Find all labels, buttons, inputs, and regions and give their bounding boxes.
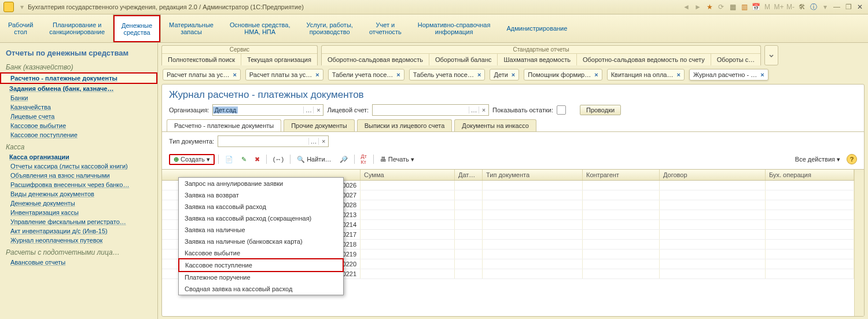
acc-field[interactable]: [373, 105, 469, 115]
column-header[interactable]: Тип документа: [483, 170, 583, 180]
sidebar-item[interactable]: Отчеты кассира (листы кассовой книги): [0, 162, 157, 171]
section-tab[interactable]: Материальныезапасы: [161, 14, 222, 42]
sidebar-item[interactable]: Виды денежных документов: [0, 189, 157, 199]
service-item[interactable]: Текущая организация: [241, 54, 317, 65]
doctype-select-icon[interactable]: …: [308, 138, 318, 145]
service-item[interactable]: Обороты с…: [711, 54, 760, 65]
column-header[interactable]: Договор: [660, 170, 766, 180]
service-item[interactable]: Оборотно-сальдовая ведомость: [322, 54, 429, 65]
print-button[interactable]: 🖶 Печать ▾: [377, 154, 417, 165]
tab-close-icon[interactable]: ×: [233, 71, 236, 78]
dropdown-item[interactable]: Заявка на кассовый расход (сокращенная): [179, 212, 343, 224]
nav-back-icon[interactable]: ◄: [682, 2, 691, 12]
column-header[interactable]: Контрагент: [583, 170, 660, 180]
maximize-icon[interactable]: ❐: [844, 2, 853, 12]
subtab[interactable]: Выписки из лицевого счета: [357, 119, 453, 131]
find-clear-button[interactable]: 🔎̷: [337, 154, 351, 165]
acc-clear-icon[interactable]: ×: [479, 107, 488, 113]
column-header[interactable]: Бух. операция: [766, 170, 854, 180]
window-tab[interactable]: Табели учета посе…×: [328, 69, 404, 80]
m-icon[interactable]: M: [763, 2, 772, 12]
section-tab[interactable]: Денежныесредства: [113, 14, 161, 42]
help-icon[interactable]: ?: [847, 154, 857, 164]
scrollbar[interactable]: [854, 170, 864, 316]
dropdown-icon[interactable]: ▾: [17, 2, 27, 12]
section-tab[interactable]: Планирование исанкционирование: [41, 14, 113, 42]
sidebar-item[interactable]: Журнал неоплаченных путевок: [0, 236, 157, 245]
subtab[interactable]: Документы на инкассо: [454, 119, 536, 131]
dropdown-item[interactable]: Заявка на наличные (банковская карта): [179, 236, 343, 247]
window-tab[interactable]: Квитанция на опла…×: [607, 69, 685, 80]
subtab[interactable]: Расчетно - платежные документы: [167, 119, 281, 131]
info-icon[interactable]: ⓘ: [809, 2, 818, 12]
service-item[interactable]: Шахматная ведомость: [498, 54, 576, 65]
sidebar-item[interactable]: Управление фискальным регистрато…: [0, 217, 157, 226]
history-icon[interactable]: ⟳: [716, 2, 726, 12]
dropdown-item[interactable]: Кассовое выбытие: [179, 247, 343, 259]
service-item[interactable]: Оборотно-сальдовая ведомость по счету: [577, 54, 711, 65]
window-tab[interactable]: Дети×: [490, 69, 519, 80]
close-icon[interactable]: ✕: [855, 2, 865, 12]
all-actions-button[interactable]: Все действия ▾: [792, 154, 843, 165]
tool-icon[interactable]: 🛠: [797, 2, 807, 12]
calendar-icon[interactable]: 📅: [751, 2, 760, 12]
dropdown-item[interactable]: Кассовое поступление: [178, 258, 344, 272]
subtab[interactable]: Прочие документы: [284, 119, 355, 131]
copy-button[interactable]: 📄: [222, 154, 236, 165]
nav-fwd-icon[interactable]: ►: [693, 2, 703, 12]
sidebar-item[interactable]: Расчетно - платежные документы: [0, 72, 157, 84]
sidebar-item[interactable]: Касса организации: [0, 152, 157, 162]
dropdown-item[interactable]: Заявка на кассовый расход: [179, 201, 343, 212]
show-balance-checkbox[interactable]: [557, 105, 566, 115]
window-tab[interactable]: Помощник формир…×: [524, 69, 602, 80]
tab-close-icon[interactable]: ×: [477, 71, 481, 78]
acc-input[interactable]: … ×: [372, 104, 489, 116]
sidebar-item[interactable]: Расшифровка внесенных через банко…: [0, 180, 157, 189]
tab-close-icon[interactable]: ×: [512, 71, 515, 78]
section-tab[interactable]: Учет иотчетность: [361, 14, 410, 42]
column-header[interactable]: Дат…: [455, 170, 483, 180]
refresh-button[interactable]: (↔): [270, 154, 286, 164]
delete-button[interactable]: ✖: [252, 154, 263, 165]
sidebar-item[interactable]: Денежные документы: [0, 199, 157, 208]
dropdown-item[interactable]: Заявка на наличные: [179, 224, 343, 236]
org-clear-icon[interactable]: ×: [313, 107, 323, 113]
acc-select-icon[interactable]: …: [469, 107, 479, 113]
doctype-clear-icon[interactable]: ×: [318, 138, 328, 145]
window-tab[interactable]: Расчет платы за ус…×: [245, 69, 323, 80]
sidebar-item[interactable]: Кассовое поступление: [0, 130, 157, 140]
postings-button[interactable]: Проводки: [580, 105, 621, 115]
service-item[interactable]: Полнотекстовый поиск: [162, 54, 241, 65]
dropdown-item[interactable]: Платежное поручение: [179, 272, 343, 283]
favorite-icon[interactable]: ★: [705, 2, 714, 12]
service-more-button[interactable]: [764, 45, 778, 65]
section-tab[interactable]: Рабочийстол: [0, 14, 41, 42]
dropdown2-icon[interactable]: ▾: [821, 2, 830, 12]
dropdown-item[interactable]: Запрос на аннулирование заявки: [179, 178, 343, 189]
org-input[interactable]: Дет.сад … ×: [212, 104, 323, 116]
sidebar-item[interactable]: Объявления на взнос наличными: [0, 171, 157, 180]
edit-button[interactable]: ✎: [238, 154, 249, 165]
window-tab[interactable]: Расчет платы за ус…×: [163, 69, 241, 80]
tab-close-icon[interactable]: ×: [760, 71, 764, 78]
service-item[interactable]: Оборотный баланс: [429, 54, 498, 65]
m-plus-icon[interactable]: M+: [774, 2, 784, 12]
dropdown-item[interactable]: Сводная заявка на кассовый расход: [179, 283, 343, 295]
find-button[interactable]: 🔍Найти…: [294, 154, 334, 165]
tab-close-icon[interactable]: ×: [315, 71, 319, 78]
doctype-input[interactable]: … ×: [218, 135, 329, 147]
sidebar-item[interactable]: Лицевые счета: [0, 112, 157, 121]
org-select-icon[interactable]: …: [303, 107, 313, 113]
sidebar-item[interactable]: Авансовые отчеты: [0, 258, 157, 267]
minimize-icon[interactable]: —: [832, 2, 841, 12]
sidebar-item[interactable]: Задания обмена (банк, казначе…: [0, 84, 157, 93]
calculator-icon[interactable]: ▥: [740, 2, 749, 12]
sidebar-item[interactable]: Банки: [0, 93, 157, 102]
window-tab[interactable]: Журнал расчетно - …×: [689, 69, 768, 80]
section-tab[interactable]: Нормативно-справочнаяинформация: [410, 14, 499, 42]
column-header[interactable]: Сумма: [361, 170, 455, 180]
sidebar-item[interactable]: Кассовое выбытие: [0, 121, 157, 130]
section-tab[interactable]: Основные средства,НМА, НПА: [222, 14, 299, 42]
create-button[interactable]: ⊕Создать▾: [169, 154, 215, 165]
sidebar-item[interactable]: Инвентаризация кассы: [0, 208, 157, 217]
